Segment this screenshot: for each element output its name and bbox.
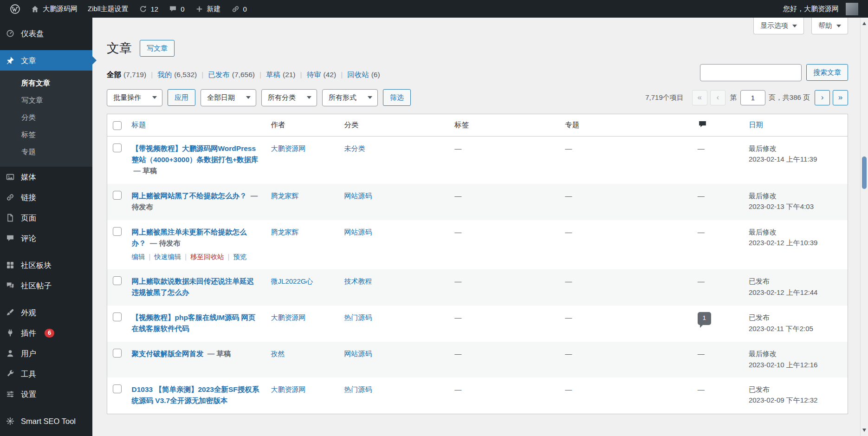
sidebar-item-users[interactable]: 用户 — [0, 343, 92, 364]
author-link[interactable]: 大鹏资源网 — [271, 313, 306, 321]
sidebar-item-media[interactable]: 媒体 — [0, 167, 92, 187]
post-title-link[interactable]: 网上赌被网站黑了不给提款怎么办？ — [132, 192, 247, 200]
sidebar-item-tools[interactable]: 工具 — [0, 364, 92, 384]
prev-page-button[interactable]: ‹ — [710, 90, 725, 105]
select-all-checkbox[interactable] — [113, 121, 122, 130]
apply-button[interactable]: 应用 — [168, 89, 195, 106]
sidebar-item-settings[interactable]: 设置 — [0, 384, 92, 404]
post-title-link[interactable]: 网上赌取款说数据未回传还说注单延迟违规被黑了怎么办 — [132, 277, 254, 296]
comments-value: — — [698, 350, 705, 358]
sidebar-item-zibll-shop[interactable]: Zibll商城 — [0, 431, 92, 436]
row-select-checkbox[interactable] — [113, 349, 122, 358]
tags-value: — — [454, 144, 461, 152]
sidebar-item-comments[interactable]: 评论 — [0, 228, 92, 248]
screen-options-toggle[interactable]: 显示选项 — [753, 18, 804, 34]
category-link[interactable]: 未分类 — [344, 144, 365, 152]
submenu-categories[interactable]: 分类 — [0, 109, 92, 126]
category-link[interactable]: 技术教程 — [344, 277, 372, 285]
comments-column-icon — [698, 119, 707, 129]
tags-value: — — [454, 350, 461, 358]
account-menu[interactable]: 您好，大鹏资源网 — [778, 0, 863, 18]
column-header-date[interactable]: 日期 — [743, 114, 848, 136]
date-filter-select[interactable]: 全部日期 — [201, 89, 256, 106]
post-title-link[interactable]: 网上赌被黑注单未更新不给提款怎么办？ — [132, 228, 247, 247]
help-toggle[interactable]: 帮助 — [811, 18, 848, 34]
submenu-tags[interactable]: 标签 — [0, 126, 92, 143]
sidebar-item-posts[interactable]: 文章 — [0, 50, 92, 71]
search-input[interactable] — [700, 64, 802, 81]
new-content-link[interactable]: 新建 — [190, 0, 226, 18]
author-link[interactable]: 孜然 — [271, 350, 285, 358]
sidebar-item-plugins[interactable]: 插件 6 — [0, 323, 92, 343]
row-select-checkbox[interactable] — [113, 191, 122, 200]
row-select-checkbox[interactable] — [113, 227, 122, 236]
bulk-action-select[interactable]: 批量操作 — [107, 89, 162, 106]
view-published[interactable]: 已发布(7,656) — [197, 70, 255, 80]
sidebar-item-dashboard[interactable]: 仪表盘 — [0, 23, 92, 44]
row-action-edit[interactable]: 编辑 — [132, 253, 145, 260]
row-action-trash[interactable]: 移至回收站 — [181, 253, 224, 260]
updates-link[interactable]: 12 — [134, 0, 164, 18]
current-page-input[interactable] — [740, 90, 765, 105]
search-posts-button[interactable]: 搜索文章 — [806, 64, 848, 81]
category-link[interactable]: 热门源码 — [344, 385, 372, 393]
author-link[interactable]: 大鹏资源网 — [271, 144, 306, 152]
category-link[interactable]: 网站源码 — [344, 192, 372, 200]
submenu-all-posts[interactable]: 所有文章 — [0, 75, 92, 92]
scrollbar[interactable] — [860, 18, 868, 436]
row-select-checkbox[interactable] — [113, 312, 122, 321]
sidebar-item-pages[interactable]: 页面 — [0, 208, 92, 228]
view-mine[interactable]: 我的(6,532) — [146, 70, 197, 80]
next-page-button[interactable]: › — [815, 90, 830, 105]
view-draft[interactable]: 草稿(21) — [255, 70, 296, 80]
scroll-up-arrow-icon[interactable] — [862, 20, 866, 25]
first-page-button[interactable]: « — [692, 90, 707, 105]
author-link[interactable]: 腾龙家辉 — [271, 192, 299, 200]
view-pending[interactable]: 待审(42) — [296, 70, 337, 80]
author-link[interactable]: 微JL2022G心 — [271, 277, 313, 285]
comment-count-bubble[interactable]: 1 — [698, 312, 711, 325]
submenu-add-new-post[interactable]: 写文章 — [0, 92, 92, 109]
format-filter-select[interactable]: 所有形式 — [322, 89, 378, 106]
chevron-down-icon — [792, 25, 797, 30]
row-select-checkbox[interactable] — [113, 143, 122, 152]
sidebar-item-community-posts[interactable]: 社区帖子 — [0, 275, 92, 296]
updates-refresh-icon — [139, 5, 148, 13]
plugin-icon — [5, 327, 16, 338]
last-page-button[interactable]: » — [833, 90, 848, 105]
view-trash[interactable]: 回收站(6) — [336, 70, 380, 80]
post-state-label: — 待发布 — [150, 239, 181, 247]
links-count-link[interactable]: 0 — [226, 0, 252, 18]
wordpress-logo-menu[interactable] — [5, 0, 26, 18]
submenu-topics[interactable]: 专题 — [0, 143, 92, 161]
sidebar-item-links[interactable]: 链接 — [0, 187, 92, 208]
sidebar-item-appearance[interactable]: 外观 — [0, 302, 92, 323]
sidebar-item-smart-seo-tool[interactable]: Smart SEO Tool — [0, 411, 92, 431]
post-title-link[interactable]: 【视频教程】php客服在线IM源码 网页在线客服软件代码 — [132, 313, 256, 332]
pagination: 7,719个项目 « ‹ 第 页，共386 页 › » — [645, 90, 848, 105]
sidebar-item-community-boards[interactable]: 社区板块 — [0, 255, 92, 275]
category-filter-select[interactable]: 所有分类 — [261, 89, 317, 106]
row-select-checkbox[interactable] — [113, 276, 122, 285]
row-action-quick-edit[interactable]: 快速编辑 — [145, 253, 181, 260]
scrollbar-thumb[interactable] — [862, 156, 867, 189]
post-title-link[interactable]: 【带视频教程】大鹏源码网WordPress整站（4000+3000）条数据打包+… — [132, 144, 259, 163]
zibll-theme-settings-link[interactable]: Zibll主题设置 — [83, 0, 134, 18]
chevron-down-icon — [836, 25, 841, 30]
view-all[interactable]: 全部(7,719) — [107, 70, 146, 80]
column-header-title[interactable]: 标题 — [126, 114, 266, 136]
post-title-link[interactable]: 聚支付破解版全网首发 — [132, 350, 204, 358]
scroll-down-arrow-icon[interactable] — [862, 429, 866, 434]
category-link[interactable]: 网站源码 — [344, 228, 372, 236]
author-link[interactable]: 大鹏资源网 — [271, 385, 306, 393]
row-action-preview[interactable]: 预览 — [224, 253, 247, 260]
site-name-link[interactable]: 大鹏源码网 — [26, 0, 83, 18]
category-link[interactable]: 热门源码 — [344, 313, 372, 321]
add-new-post-button[interactable]: 写文章 — [140, 40, 175, 57]
author-link[interactable]: 腾龙家辉 — [271, 228, 299, 236]
admin-comments-link[interactable]: 0 — [163, 0, 189, 18]
row-select-checkbox[interactable] — [113, 384, 122, 393]
filter-button[interactable]: 筛选 — [383, 89, 411, 106]
category-link[interactable]: 网站源码 — [344, 350, 372, 358]
post-title-link[interactable]: D1033 【简单亲测】2023全新SF授权系统源码 V3.7全开源无加密版本 — [132, 385, 259, 404]
